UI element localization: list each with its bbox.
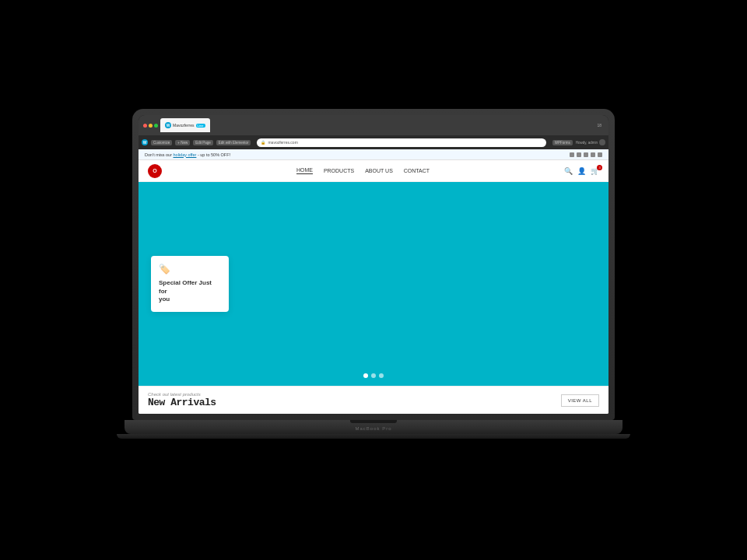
site-navigation: HOME PRODUCTS ABOUT US CONTACT <box>296 167 430 174</box>
slider-dot-2[interactable] <box>371 373 376 378</box>
header-icons: 🔍 👤 🛒 3 <box>564 167 599 175</box>
browser-toolbar: W Customize + New Edit Page Edit with El… <box>139 135 608 149</box>
maximize-button[interactable] <box>154 124 158 128</box>
cart-icon[interactable]: 🛒 3 <box>591 167 599 175</box>
customize-btn[interactable]: Customize <box>151 140 172 145</box>
social-icon-2[interactable] <box>577 152 581 157</box>
tab-label: Mavozferres <box>173 123 195 128</box>
cart-badge: 3 <box>597 165 602 170</box>
nav-about[interactable]: ABOUT US <box>365 168 393 174</box>
nav-home[interactable]: HOME <box>296 167 313 174</box>
nav-products[interactable]: PRODUCTS <box>324 168 354 174</box>
site-logo[interactable]: O <box>148 164 162 178</box>
url-bar[interactable]: 🔒 mavozferres.com <box>257 138 545 147</box>
social-icon-3[interactable] <box>584 152 588 157</box>
live-badge: Live <box>196 124 205 128</box>
wp-logo-icon: W <box>165 122 171 128</box>
active-tab[interactable]: W Mavozferres Live <box>160 118 210 132</box>
offer-title: Special Offer Just for you <box>159 279 221 303</box>
announcement-after: - up to 50% OFF! <box>198 152 230 157</box>
offer-icon: 🏷️ <box>159 264 221 275</box>
wpforms-btn[interactable]: WPForms <box>552 140 573 145</box>
slider-dot-3[interactable] <box>379 373 384 378</box>
site-content: Don't miss our holiday offer - up to 50%… <box>139 149 608 414</box>
tab-bar: W Mavozferres Live <box>160 118 594 132</box>
site-header: O HOME PRODUCTS ABOUT US CONTACT 🔍 👤 🛒 3 <box>139 160 608 182</box>
admin-avatar <box>599 139 605 145</box>
announcement-bar: Don't miss our holiday offer - up to 50%… <box>139 149 608 160</box>
laptop-frame: W Mavozferres Live 18 W Customize + New … <box>109 109 638 451</box>
browser-chrome: W Mavozferres Live 18 <box>139 115 608 135</box>
close-button[interactable] <box>143 124 147 128</box>
social-icon-5[interactable] <box>598 152 602 157</box>
announcement-before: Don't miss our <box>145 152 172 157</box>
announcement-icons <box>570 152 602 157</box>
laptop-model-label: MacBook Pro <box>355 426 391 431</box>
logo-letter: O <box>153 168 156 173</box>
minimize-button[interactable] <box>149 124 153 128</box>
announcement-link[interactable]: holiday offer <box>174 152 197 157</box>
laptop-lid: W Mavozferres Live 18 W Customize + New … <box>132 109 615 420</box>
browser-controls <box>143 124 158 128</box>
section-title: New Arrivals <box>148 397 216 408</box>
admin-menu[interactable]: Howdy, admin <box>576 139 605 145</box>
hero-slider: 🏷️ Special Offer Just for you <box>139 182 608 386</box>
edit-page-btn[interactable]: Edit Page <box>193 140 213 145</box>
new-btn[interactable]: + New <box>175 140 190 145</box>
nav-contact[interactable]: CONTACT <box>404 168 430 174</box>
slider-dots <box>363 373 384 378</box>
search-icon[interactable]: 🔍 <box>564 167 573 175</box>
screen-bezel: W Mavozferres Live 18 W Customize + New … <box>139 115 608 414</box>
slider-dot-1[interactable] <box>363 373 368 378</box>
offer-card: 🏷️ Special Offer Just for you <box>151 256 229 311</box>
wp-icon: W <box>142 139 148 145</box>
elementor-btn[interactable]: Edit with Elementor <box>216 140 251 145</box>
url-text: mavozferres.com <box>268 140 297 145</box>
howdy-text: Howdy, admin <box>576 141 598 145</box>
user-icon[interactable]: 👤 <box>577 167 586 175</box>
laptop-base: MacBook Pro <box>124 420 622 434</box>
tab-count: 18 <box>597 123 601 128</box>
laptop-foot <box>117 434 630 439</box>
lock-icon: 🔒 <box>261 140 265 145</box>
social-icon-4[interactable] <box>591 152 595 157</box>
announcement-text: Don't miss our holiday offer - up to 50%… <box>145 152 230 157</box>
social-icon-1[interactable] <box>570 152 574 157</box>
new-arrivals-text: Check out latest products New Arrivals <box>148 392 216 408</box>
new-arrivals-section: Check out latest products New Arrivals V… <box>139 386 608 414</box>
view-all-button[interactable]: VIEW ALL <box>561 394 599 407</box>
